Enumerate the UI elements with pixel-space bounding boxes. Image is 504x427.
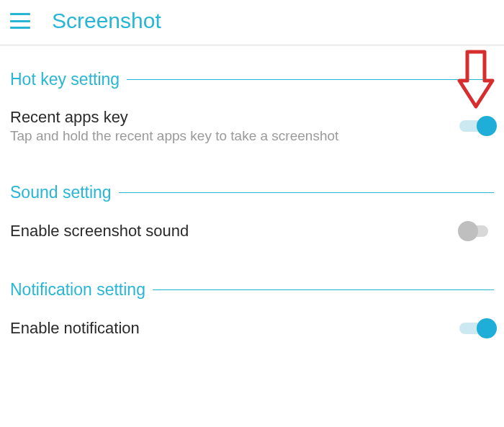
hamburger-icon[interactable] (10, 13, 30, 29)
section-title-notification: Notification setting (10, 280, 145, 300)
section-divider (153, 289, 494, 290)
toggle-recent-apps-key[interactable] (459, 116, 494, 136)
section-divider (127, 79, 494, 80)
section-header-notification: Notification setting (10, 280, 494, 300)
app-header: Screenshot (0, 0, 504, 45)
section-header-hotkey: Hot key setting (10, 70, 494, 89)
setting-enable-sound[interactable]: Enable screenshot sound (10, 218, 494, 256)
setting-recent-apps-key[interactable]: Recent apps key Tap and hold the recent … (10, 105, 494, 158)
setting-text: Recent apps key Tap and hold the recent … (10, 108, 459, 144)
section-hotkey: Hot key setting Recent apps key Tap and … (10, 70, 494, 158)
section-sound: Sound setting Enable screenshot sound (10, 183, 494, 256)
section-notification: Notification setting Enable notification (10, 280, 494, 353)
page-title: Screenshot (52, 9, 161, 33)
toggle-enable-sound[interactable] (459, 221, 494, 241)
setting-label: Enable screenshot sound (10, 222, 459, 241)
setting-enable-notification[interactable]: Enable notification (10, 315, 494, 353)
setting-label: Recent apps key (10, 108, 459, 127)
setting-label: Enable notification (10, 319, 459, 338)
setting-text: Enable screenshot sound (10, 222, 459, 241)
settings-content: Hot key setting Recent apps key Tap and … (0, 70, 504, 353)
setting-text: Enable notification (10, 319, 459, 338)
section-title-hotkey: Hot key setting (10, 70, 120, 89)
section-header-sound: Sound setting (10, 183, 494, 202)
section-title-sound: Sound setting (10, 183, 112, 202)
toggle-enable-notification[interactable] (459, 318, 494, 338)
section-divider (119, 192, 494, 193)
setting-description: Tap and hold the recent apps key to take… (10, 128, 459, 144)
